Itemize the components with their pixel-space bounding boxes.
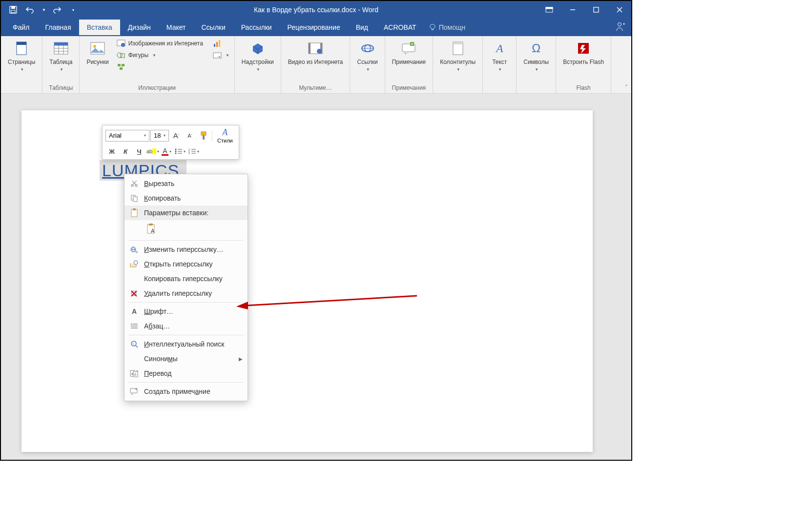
group-links-label [353,90,381,92]
smartart-button[interactable] [115,61,205,72]
screenshot-button[interactable]: ▼ [211,50,231,61]
screenshot-icon [213,51,222,60]
pictures-button[interactable]: Рисунки [83,38,112,67]
undo-icon[interactable] [24,4,35,15]
cm-copy-hyperlink[interactable]: Копировать гиперссылку [124,271,248,286]
font-size-selector[interactable]: 18▾ [150,130,169,142]
svg-point-75 [134,261,138,265]
addins-label: Надстройки [242,59,274,65]
save-icon[interactable] [8,4,19,15]
cm-copy[interactable]: Копировать [124,191,248,205]
svg-point-61 [131,184,133,186]
page-header-icon [450,40,466,57]
flash-label: Встроить Flash [563,59,604,65]
cm-synonyms[interactable]: Синонимы ▶ [124,351,248,366]
group-addins: Надстройки▼ [235,36,281,93]
symbols-button[interactable]: Ω Символы▼ [519,38,553,75]
svg-rect-34 [309,43,311,54]
share-icon[interactable] [616,21,626,34]
tellme-search[interactable]: Помощн [429,23,466,31]
tab-references[interactable]: Ссылки [193,20,233,35]
tab-layout[interactable]: Макет [159,20,194,35]
shapes-icon [117,51,125,60]
tab-review[interactable]: Рецензирование [280,20,348,35]
cm-new-comment[interactable]: Создать примечание [124,384,248,399]
tab-insert[interactable]: Вставка [79,20,120,35]
bold-button[interactable]: Ж [105,145,118,157]
online-pictures-button[interactable]: Изображения из Интернета [115,38,205,49]
document-page[interactable]: LUMPICS Arial▾ 18▾ Aˆ Aˇ A Стили [21,110,593,452]
online-video-button[interactable]: Видео из Интернета [284,38,347,67]
tab-acrobat[interactable]: ACROBAT [376,20,424,35]
cm-remove-hyperlink[interactable]: Удалить гиперссылку [124,286,248,301]
group-illustrations: Рисунки Изображения из Интернета Фигуры [80,36,234,93]
text-label: Текст [492,59,507,65]
cm-paragraph[interactable]: Абзац… [124,319,248,333]
cm-copy-label: Копировать [144,194,181,202]
underline-button[interactable]: Ч [133,145,145,157]
grow-font-button[interactable]: Aˆ [170,130,183,142]
minimize-icon[interactable] [561,1,584,19]
svg-rect-29 [216,42,218,47]
undo-dropdown-icon[interactable]: ▼ [42,8,46,12]
annotation-arrow [236,291,422,310]
addins-button[interactable]: Надстройки▼ [238,38,278,75]
tab-design[interactable]: Дизайн [120,20,159,35]
cm-smart-lookup[interactable]: i Интеллектуальный поиск [124,337,248,351]
qat-customize-icon[interactable]: ▾ [72,8,74,12]
format-painter-button[interactable] [197,130,210,142]
ribbon-options-icon[interactable] [538,1,561,19]
font-family-selector[interactable]: Arial▾ [105,130,149,142]
shrink-font-button[interactable]: Aˇ [184,130,196,142]
cm-translate[interactable]: aб Перевод [124,366,248,381]
cm-paste-options-label: Параметры вставки: [144,209,208,217]
text-button[interactable]: A Текст▼ [486,38,513,75]
paste-keep-text-button[interactable]: A [144,222,160,237]
shapes-button[interactable]: Фигуры ▼ [115,50,205,61]
bullets-button[interactable]: ▾ [174,145,186,157]
comment-icon [400,40,417,57]
group-comments: Примечание Примечания [385,36,433,93]
tellme-label: Помощн [439,23,466,31]
headerfooter-button[interactable]: Колонтитулы▼ [436,38,479,75]
tab-view[interactable]: Вид [348,20,376,35]
italic-button[interactable]: К [119,145,132,157]
maximize-icon[interactable] [584,1,608,19]
tab-file[interactable]: Файл [5,20,37,35]
cm-open-hyperlink[interactable]: Открыть гиперссылку [124,257,248,271]
svg-point-9 [618,23,621,26]
cm-edit-hyperlink[interactable]: Изменить гиперссылку… [124,242,248,257]
font-color-button[interactable]: A▾ [160,145,173,157]
tab-mailings[interactable]: Рассылки [233,20,280,35]
globe-link-icon [128,245,140,254]
group-symbols-label [519,90,553,92]
numbering-button[interactable]: 123▾ [187,145,200,157]
svg-rect-1 [11,6,15,9]
group-illustrations-label: Иллюстрации [83,83,231,92]
styles-button[interactable]: A Стили [214,127,236,143]
svg-point-53 [175,153,177,154]
window-title: Как в Ворде убрать ссылки.docx - Word [254,6,378,14]
close-icon[interactable] [608,1,631,19]
cm-cut[interactable]: Вырезать [124,176,248,191]
redo-icon[interactable] [52,4,62,15]
word-window: ▼ ▾ Как в Ворде убрать ссылки.docx - Wor… [0,0,632,461]
pages-button[interactable]: Страницы▼ [4,38,39,75]
flash-button[interactable]: Встроить Flash [559,38,608,67]
links-button[interactable]: Ссылки▼ [353,38,381,75]
chart-button[interactable] [211,38,231,49]
comment-button[interactable]: Примечание [388,38,430,67]
page-icon [13,40,30,57]
svg-rect-25 [118,64,121,66]
cm-font[interactable]: A Шрифт… [124,304,248,319]
links-label: Ссылки [357,59,377,65]
table-button[interactable]: Таблица▼ [45,38,76,75]
collapse-ribbon-icon[interactable]: ˆ [625,84,627,91]
svg-point-36 [317,49,322,54]
clipboard-icon [128,208,140,218]
group-headerfooter: Колонтитулы▼ [433,36,483,93]
online-picture-icon [117,39,125,48]
tab-home[interactable]: Главная [37,20,79,35]
highlight-button[interactable]: ab▾ [146,145,159,157]
cm-new-comment-label: Создать примечание [144,388,210,395]
